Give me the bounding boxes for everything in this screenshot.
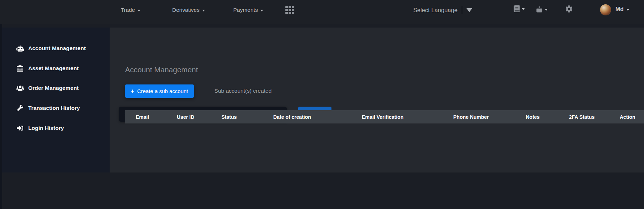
sidebar-item-order-management[interactable]: Order Management — [2, 83, 110, 93]
caret-down-icon — [522, 8, 525, 10]
column-header-email: Email — [136, 110, 149, 123]
sub-accounts-created-text: Sub account(s) created — [214, 88, 271, 94]
nav-menu-payments[interactable]: Payments — [233, 6, 263, 14]
sidebar: Account Management Asset Management Orde… — [2, 28, 110, 172]
robot-icon — [15, 45, 25, 52]
sidebar-item-label: Login History — [28, 125, 64, 131]
user-menu[interactable]: Md — [615, 6, 629, 13]
sidebar-item-asset-management[interactable]: Asset Management — [2, 63, 110, 74]
sidebar-item-label: Transaction History — [28, 105, 80, 111]
caret-down-icon — [138, 10, 140, 11]
sidebar-item-account-management[interactable]: Account Management — [2, 43, 110, 54]
wallet-menu-button[interactable] — [536, 5, 548, 13]
book-menu-button[interactable] — [513, 5, 525, 12]
caret-down-icon — [545, 9, 548, 11]
language-selector-label: Select Language — [413, 7, 458, 14]
create-sub-account-button[interactable]: + Create a sub account — [125, 84, 194, 98]
wrench-icon — [15, 105, 25, 111]
apps-grid-icon[interactable] — [285, 6, 294, 14]
nav-menu-trade[interactable]: Trade — [121, 6, 140, 14]
nav-menu-trade-label: Trade — [121, 7, 135, 13]
column-header-user-id: User ID — [177, 110, 194, 123]
nav-menu-derivatives[interactable]: Derivatives — [172, 6, 205, 14]
sidebar-item-login-history[interactable]: Login History — [2, 123, 110, 133]
nav-menu-derivatives-label: Derivatives — [172, 7, 200, 13]
create-sub-account-label: Create a sub account — [137, 88, 188, 94]
triangle-down-icon — [466, 8, 472, 12]
user-name: Md — [615, 6, 624, 13]
bank-icon — [15, 65, 25, 72]
sign-in-icon — [15, 125, 25, 131]
sidebar-item-label: Order Management — [28, 85, 79, 91]
column-header-phone-number: Phone Number — [453, 110, 489, 123]
nav-menu-payments-label: Payments — [233, 7, 258, 13]
gear-icon — [565, 5, 573, 13]
settings-button[interactable] — [565, 5, 573, 13]
top-navbar: Trade Derivatives Payments Select Langua… — [0, 0, 644, 24]
sidebar-item-transaction-history[interactable]: Transaction History — [2, 103, 110, 113]
main-content: Account Management + Create a sub accoun… — [110, 28, 644, 172]
book-icon — [513, 5, 520, 12]
table-header-row: Email User ID Status Date of creation Em… — [125, 110, 644, 123]
divider — [462, 6, 462, 14]
language-selector[interactable]: Select Language — [413, 6, 472, 14]
column-header-2fa-status: 2FA Status — [569, 110, 595, 123]
caret-down-icon — [202, 10, 205, 11]
plus-icon: + — [131, 88, 134, 94]
column-header-notes: Notes — [526, 110, 540, 123]
wallet-lock-icon — [536, 5, 543, 13]
sidebar-item-label: Asset Management — [28, 65, 79, 72]
sidebar-item-label: Account Management — [28, 45, 86, 52]
caret-down-icon — [626, 9, 629, 11]
column-header-status: Status — [221, 110, 237, 123]
app-window: Trade Derivatives Payments Select Langua… — [0, 0, 644, 209]
user-avatar[interactable] — [600, 4, 611, 15]
column-header-email-verification: Email Verification — [362, 110, 404, 123]
page-title: Account Management — [125, 65, 198, 74]
caret-down-icon — [260, 10, 263, 11]
column-header-date-of-creation: Date of creation — [273, 110, 311, 123]
users-icon — [15, 85, 25, 91]
column-header-action: Action — [620, 110, 635, 123]
